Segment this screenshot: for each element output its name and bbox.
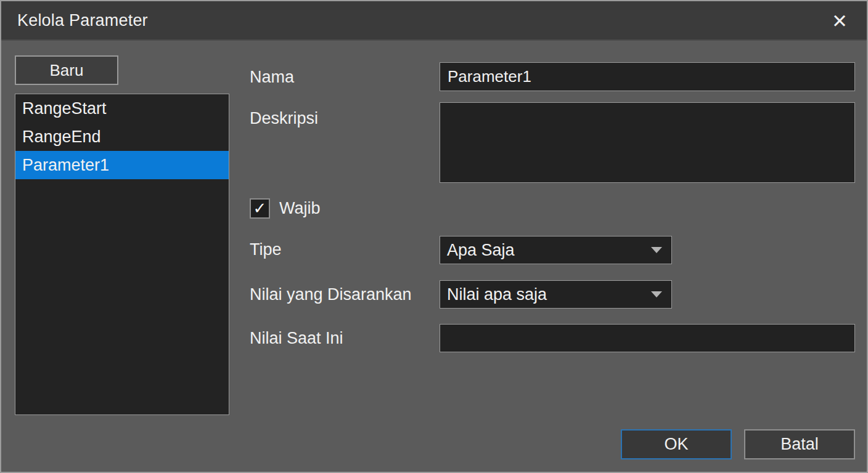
chevron-down-icon — [651, 291, 662, 297]
type-dropdown-value: Apa Saja — [440, 241, 651, 260]
cancel-button[interactable]: Batal — [744, 429, 855, 459]
titlebar: Kelola Parameter ✕ — [1, 1, 867, 41]
list-item[interactable]: RangeEnd — [15, 123, 229, 151]
manage-parameters-dialog: Kelola Parameter ✕ Baru RangeStartRangeE… — [0, 0, 868, 473]
list-item[interactable]: RangeStart — [15, 94, 229, 123]
description-textarea[interactable] — [440, 102, 855, 183]
suggested-values-label: Nilai yang Disarankan — [250, 280, 412, 309]
required-checkbox-row[interactable]: ✓ Wajib — [250, 198, 321, 219]
suggested-values-dropdown[interactable]: Nilai apa saja — [440, 280, 672, 309]
new-parameter-button[interactable]: Baru — [15, 55, 118, 85]
description-label: Deskripsi — [250, 103, 318, 133]
suggested-values-dropdown-value: Nilai apa saja — [440, 285, 651, 304]
type-label: Tipe — [250, 236, 282, 264]
close-icon[interactable]: ✕ — [826, 7, 853, 34]
name-input[interactable] — [440, 62, 855, 91]
parameter-list[interactable]: RangeStartRangeEndParameter1 — [15, 94, 229, 415]
current-value-input[interactable] — [440, 324, 855, 352]
list-item[interactable]: Parameter1 — [15, 151, 229, 179]
required-label: Wajib — [279, 199, 321, 218]
required-checkbox[interactable]: ✓ — [250, 198, 270, 219]
type-dropdown[interactable]: Apa Saja — [440, 236, 672, 264]
dialog-title: Kelola Parameter — [17, 11, 148, 30]
current-value-label: Nilai Saat Ini — [250, 324, 343, 352]
chevron-down-icon — [651, 247, 662, 253]
ok-button[interactable]: OK — [621, 429, 732, 459]
name-label: Nama — [250, 62, 294, 92]
